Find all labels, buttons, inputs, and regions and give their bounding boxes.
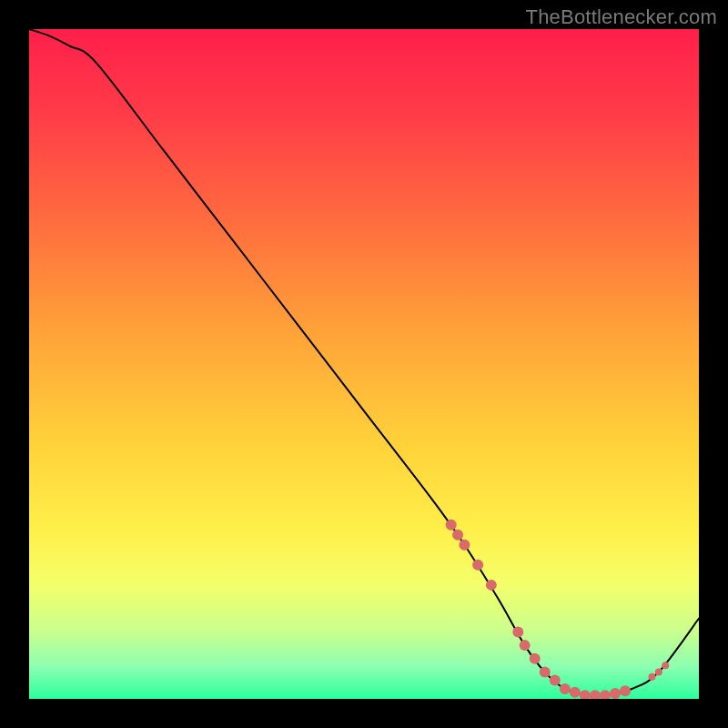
chart-svg: [29, 29, 699, 699]
curve-marker: [540, 667, 551, 678]
curve-marker: [560, 683, 571, 694]
watermark-text: TheBottlenecker.com: [526, 5, 717, 29]
curve-marker: [662, 662, 669, 669]
curve-marker: [472, 560, 483, 571]
curve-marker: [570, 687, 581, 698]
curve-marker: [486, 580, 497, 591]
curve-marker: [620, 685, 631, 696]
curve-marker: [459, 540, 470, 551]
curve-marker: [452, 530, 463, 541]
chart-stage: TheBottlenecker.com: [0, 0, 728, 728]
gradient-backdrop: [29, 29, 699, 699]
curve-marker: [530, 653, 541, 664]
curve-marker: [512, 626, 523, 637]
curve-marker: [446, 520, 457, 531]
curve-marker: [550, 674, 561, 685]
curve-marker: [655, 669, 662, 676]
curve-marker: [648, 673, 655, 681]
bottleneck-curve-chart: [29, 29, 699, 699]
curve-marker: [610, 688, 621, 699]
curve-marker: [520, 640, 531, 651]
